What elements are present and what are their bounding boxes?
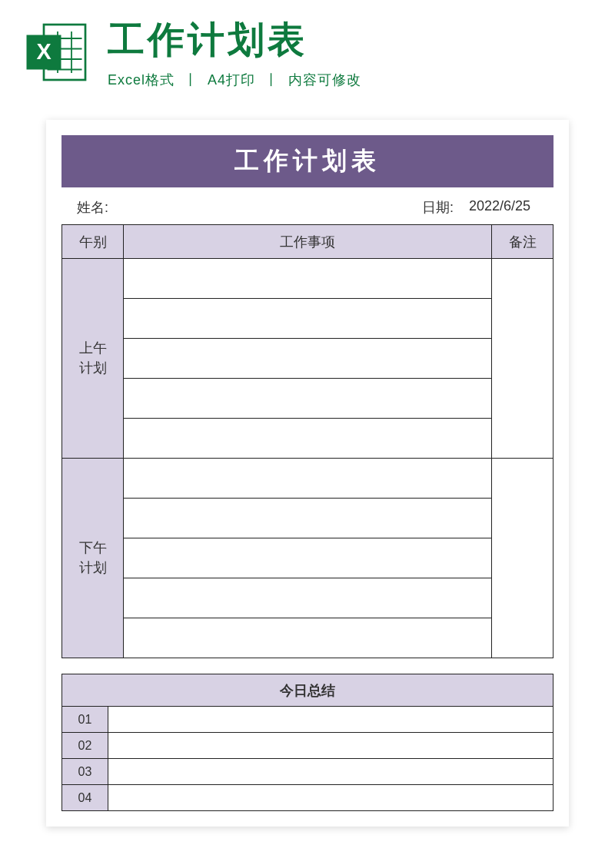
col-period: 午别 [62,225,124,259]
divider: 丨 [184,72,198,88]
work-plan-table: 午别 工作事项 备注 上午 计划 下午 计划 [62,224,554,658]
summary-content [108,707,554,733]
date-label: 日期: [422,198,454,217]
date-value: 2022/6/25 [469,198,530,217]
remark-cell-morning [492,259,554,459]
work-cell [124,578,492,618]
document-preview: 工作计划表 姓名: 日期: 2022/6/25 午别 工作事项 备注 上午 计划… [46,120,569,827]
work-cell [124,259,492,299]
summary-row-num: 02 [62,733,108,759]
title-block: 工作计划表 Excel格式 丨 A4打印 丨 内容可修改 [108,15,592,89]
subtitle-row: Excel格式 丨 A4打印 丨 内容可修改 [108,71,592,89]
subtitle-part-1: Excel格式 [108,72,175,88]
summary-content [108,785,554,811]
divider: 丨 [264,72,279,88]
info-row: 姓名: 日期: 2022/6/25 [62,187,554,224]
excel-icon: X [23,18,92,87]
work-cell [124,538,492,578]
page-header: X 工作计划表 Excel格式 丨 A4打印 丨 内容可修改 [0,0,615,97]
work-cell [124,459,492,499]
afternoon-period: 下午 计划 [62,459,124,658]
morning-period: 上午 计划 [62,259,124,459]
summary-content [108,733,554,759]
work-cell [124,499,492,538]
main-title: 工作计划表 [108,15,592,65]
work-cell [124,299,492,339]
summary-table: 今日总结 01 02 03 04 [62,674,554,811]
summary-row-num: 04 [62,785,108,811]
summary-title: 今日总结 [62,674,554,707]
col-remarks: 备注 [492,225,554,259]
subtitle-part-3: 内容可修改 [288,72,361,88]
name-label: 姓名: [77,198,422,217]
work-cell [124,618,492,658]
document-title: 工作计划表 [62,135,554,187]
subtitle-part-2: A4打印 [208,72,255,88]
svg-text:X: X [36,39,51,64]
col-work-items: 工作事项 [124,225,492,259]
summary-row-num: 01 [62,707,108,733]
work-cell [124,339,492,379]
work-cell [124,419,492,459]
summary-content [108,759,554,785]
work-cell [124,379,492,419]
remark-cell-afternoon [492,459,554,658]
summary-row-num: 03 [62,759,108,785]
